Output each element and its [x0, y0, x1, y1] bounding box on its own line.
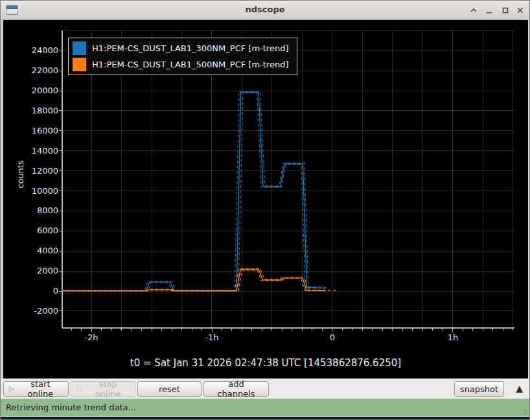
- plot-area[interactable]: H1:PEM-CS_DUST_LAB1_300NM_PCF [m-trend]H…: [62, 30, 514, 328]
- y-tick-label: 20000: [4, 85, 58, 97]
- legend-item: H1:PEM-CS_DUST_LAB1_300NM_PCF [m-trend]: [73, 41, 288, 55]
- resize-grip[interactable]: [520, 407, 528, 415]
- stop-online-label: stop online: [86, 379, 130, 399]
- series-500nm_mean: [62, 270, 326, 291]
- maximize-icon[interactable]: [500, 5, 511, 16]
- snapshot-button[interactable]: snapshot: [454, 381, 504, 397]
- toolbar: ▷ start online □ stop online reset add c…: [1, 379, 529, 399]
- y-tick-label: 10000: [4, 185, 58, 197]
- y-tick-label: 12000: [4, 165, 58, 177]
- legend-swatch: [73, 58, 86, 71]
- y-tick-label: 14000: [4, 145, 58, 157]
- t0-label: t0 = Sat Jan 31 2026 02:47:38 UTC [14538…: [3, 357, 528, 369]
- y-tick-label: 2000: [4, 265, 58, 277]
- y-tick-label: 18000: [4, 105, 58, 117]
- add-channels-button[interactable]: add channels: [203, 381, 269, 397]
- snapshot-label: snapshot: [460, 384, 498, 394]
- legend-item: H1:PEM-CS_DUST_LAB1_500NM_PCF [m-trend]: [73, 58, 288, 71]
- collapse-toolbar-icon[interactable]: ▲: [516, 383, 523, 393]
- y-tick-label: -2000: [4, 305, 58, 317]
- x-tick-label: -2h: [75, 332, 108, 342]
- series-300nm_min_envelope: [62, 93, 325, 291]
- legend-channel-name: H1:PEM-CS_DUST_LAB1_300NM_PCF [m-trend]: [92, 43, 288, 53]
- x-tick-label: -1h: [196, 332, 228, 342]
- series-300nm_mean: [62, 92, 326, 290]
- reset-button[interactable]: reset: [137, 381, 202, 397]
- ndscope-window: ndscope H1:PEM-CS_DUST_LAB1_300NM_PCF [m…: [0, 0, 530, 420]
- y-tick-label: 4000: [4, 245, 58, 257]
- y-axis-label: counts: [16, 160, 25, 188]
- plot-figure: H1:PEM-CS_DUST_LAB1_300NM_PCF [m-trend]H…: [3, 20, 528, 379]
- stop-online-button[interactable]: □ stop online: [71, 381, 135, 397]
- y-tick-label: 8000: [4, 205, 58, 216]
- play-icon: ▷: [9, 386, 14, 392]
- reset-label: reset: [159, 384, 180, 394]
- stop-icon: □: [76, 386, 82, 392]
- legend[interactable]: H1:PEM-CS_DUST_LAB1_300NM_PCF [m-trend]H…: [68, 38, 297, 75]
- close-icon[interactable]: [515, 5, 525, 16]
- minimize-icon[interactable]: [484, 5, 494, 16]
- y-tick-label: 16000: [4, 125, 58, 137]
- window-bottom-edge: [1, 416, 529, 420]
- add-channels-label: add channels: [209, 379, 263, 399]
- series-500nm_max_envelope: [62, 269, 338, 291]
- y-tick-label: 6000: [4, 225, 58, 237]
- y-tick-label: 22000: [4, 65, 58, 76]
- y-tick-label: 24000: [4, 45, 58, 56]
- y-tick-label: 0: [4, 285, 58, 297]
- shade-icon[interactable]: [468, 5, 479, 16]
- status-message: Retrieving minute trend data...: [6, 399, 136, 416]
- start-online-label: start online: [18, 379, 63, 399]
- start-online-button[interactable]: ▷ start online: [3, 381, 69, 397]
- window-title: ndscope: [1, 5, 529, 14]
- legend-swatch: [73, 41, 86, 55]
- titlebar[interactable]: ndscope: [1, 1, 529, 20]
- x-tick-label: 0: [316, 332, 349, 342]
- x-tick-label: 1h: [437, 332, 469, 342]
- legend-channel-name: H1:PEM-CS_DUST_LAB1_500NM_PCF [m-trend]: [92, 60, 288, 69]
- status-bar: Retrieving minute trend data...: [1, 398, 529, 417]
- series-500nm_min_envelope: [62, 270, 325, 291]
